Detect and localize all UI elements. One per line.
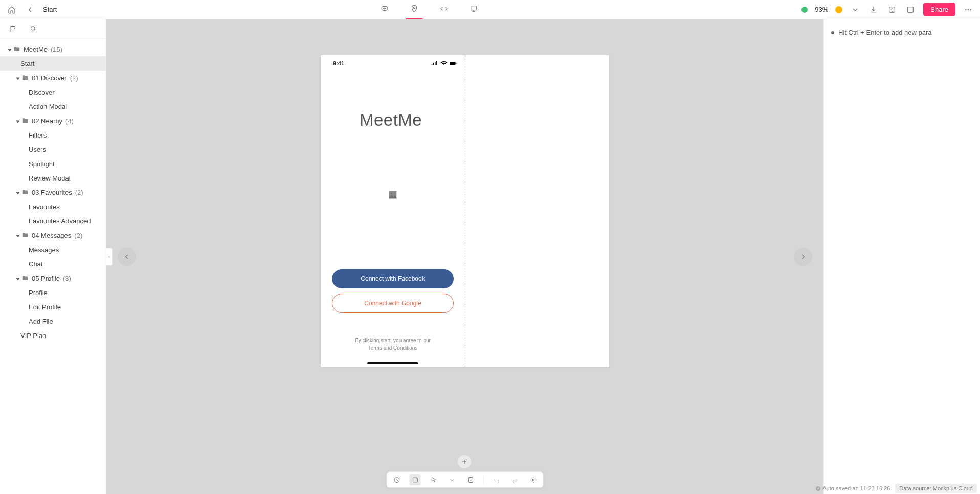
tree-page[interactable]: Filters — [0, 128, 106, 142]
chevron-down-icon[interactable] — [850, 4, 861, 15]
tree-label: Filters — [29, 131, 47, 139]
svg-rect-7 — [908, 7, 914, 12]
add-annotation-bubble[interactable] — [458, 455, 471, 468]
folder-icon — [13, 46, 20, 53]
tree-folder[interactable]: 01 Discover(2) — [0, 71, 106, 85]
sidebar-right: Hit Ctrl + Enter to add new para — [823, 19, 980, 494]
comment-mode-icon[interactable] — [379, 4, 390, 15]
artboard-start[interactable]: 9:41 MeetMe Connect with Facebook Connec… — [321, 55, 465, 367]
svg-point-19 — [816, 486, 820, 491]
zoom-percent[interactable]: 93% — [815, 6, 828, 13]
svg-rect-12 — [450, 62, 456, 65]
svg-point-2 — [385, 8, 385, 8]
tree-page[interactable]: Edit Profile — [0, 300, 106, 314]
tree-count: (2) — [74, 232, 82, 239]
caret-icon[interactable] — [15, 233, 20, 238]
credits-icon[interactable] — [835, 6, 842, 13]
tree-page[interactable]: Chat — [0, 257, 106, 271]
caret-icon[interactable] — [15, 276, 20, 281]
svg-rect-5 — [471, 6, 477, 10]
svg-point-8 — [965, 9, 966, 10]
tree-page[interactable]: Add File — [0, 314, 106, 328]
tree-page[interactable]: Favourites — [0, 199, 106, 214]
note-tool-icon[interactable] — [465, 474, 476, 485]
more-icon[interactable] — [963, 4, 974, 15]
svg-point-9 — [968, 9, 969, 10]
tree-folder[interactable]: 03 Favourites(2) — [0, 185, 106, 199]
share-button[interactable]: Share — [923, 3, 955, 16]
svg-point-1 — [384, 8, 384, 8]
folder-icon — [21, 74, 29, 81]
redo-icon[interactable] — [509, 474, 521, 485]
tree-page[interactable]: Messages — [0, 242, 106, 257]
tree-count: (4) — [65, 117, 74, 125]
tree-page[interactable]: VIP Plan — [0, 328, 106, 343]
tree-page[interactable]: Favourites Advanced — [0, 214, 106, 228]
download-icon[interactable] — [868, 4, 879, 15]
tree-label: Users — [29, 146, 46, 153]
canvas[interactable]: ‹ 9:41 MeetMe Conn — [106, 19, 823, 494]
tree-count: (3) — [63, 275, 71, 282]
tree-folder[interactable]: 04 Messages(2) — [0, 228, 106, 242]
prev-screen-button[interactable] — [118, 248, 136, 266]
cursor-dropdown-icon[interactable] — [447, 474, 458, 485]
top-bar: Start 93% Share — [0, 0, 980, 19]
connect-google-button[interactable]: Connect with Google — [332, 294, 454, 313]
tree-folder[interactable]: 05 Profile(3) — [0, 271, 106, 285]
tree-label: VIP Plan — [20, 332, 46, 340]
tree-page[interactable]: Review Modal — [0, 171, 106, 185]
main-area: MeetMe(15)Start01 Discover(2)DiscoverAct… — [0, 19, 980, 494]
tree-page[interactable]: Start — [0, 56, 106, 71]
svg-point-10 — [970, 9, 971, 10]
svg-point-4 — [414, 7, 415, 8]
artboard-blank[interactable] — [465, 55, 609, 367]
home-indicator — [367, 362, 418, 364]
breadcrumb: Start — [43, 6, 57, 13]
artboard-group: 9:41 MeetMe Connect with Facebook Connec… — [321, 55, 609, 367]
toolbar-separator — [483, 475, 484, 484]
tree-folder[interactable]: 02 Nearby(4) — [0, 114, 106, 128]
present-mode-icon[interactable] — [468, 4, 479, 15]
search-icon[interactable] — [28, 24, 39, 35]
tree-label: Messages — [29, 246, 59, 254]
cursor-tool-icon[interactable] — [428, 474, 439, 485]
datasource-chip[interactable]: Data source: Mockplus Cloud — [895, 484, 977, 493]
tree-label: 02 Nearby — [32, 117, 62, 125]
sidebar-collapse-handle[interactable]: ‹ — [106, 248, 113, 266]
tree-label: Start — [20, 60, 34, 68]
panel-icon[interactable] — [905, 4, 916, 15]
sidebar-tools — [0, 19, 106, 39]
undo-icon[interactable] — [491, 474, 502, 485]
tree-page[interactable]: Action Modal — [0, 99, 106, 114]
back-icon[interactable] — [25, 4, 36, 15]
tree-folder[interactable]: MeetMe(15) — [0, 42, 106, 56]
signal-icon — [431, 61, 438, 66]
app-title: MeetMe — [360, 110, 422, 130]
tree-page[interactable]: Profile — [0, 285, 106, 300]
caret-icon[interactable] — [15, 190, 20, 195]
flag-icon[interactable] — [7, 24, 18, 35]
tree-page[interactable]: Discover — [0, 85, 106, 99]
tree-count: (15) — [51, 46, 62, 53]
tree-page[interactable]: Users — [0, 142, 106, 156]
status-bar: Auto saved at: 11-23 16:26 Data source: … — [815, 484, 977, 493]
caret-icon[interactable] — [15, 75, 20, 80]
tree-count: (2) — [70, 74, 78, 82]
shape-tool-icon[interactable] — [410, 474, 421, 485]
home-icon[interactable] — [6, 4, 17, 15]
tree-label: Favourites Advanced — [29, 217, 91, 225]
terms-line1: By clicking start, you agree to our — [321, 336, 465, 344]
link-icon[interactable] — [886, 4, 898, 15]
battery-icon — [450, 61, 457, 66]
code-mode-icon[interactable] — [438, 4, 450, 15]
pin-mode-icon[interactable] — [409, 4, 420, 15]
caret-icon[interactable] — [15, 118, 20, 123]
tree-page[interactable]: Spotlight — [0, 156, 106, 171]
connect-facebook-button[interactable]: Connect with Facebook — [332, 269, 454, 288]
next-screen-button[interactable] — [794, 248, 812, 266]
tree-label: Discover — [29, 88, 55, 96]
history-icon[interactable] — [391, 474, 403, 485]
caret-icon[interactable] — [7, 47, 12, 52]
tree-label: Spotlight — [29, 160, 55, 168]
settings-icon[interactable] — [528, 474, 539, 485]
